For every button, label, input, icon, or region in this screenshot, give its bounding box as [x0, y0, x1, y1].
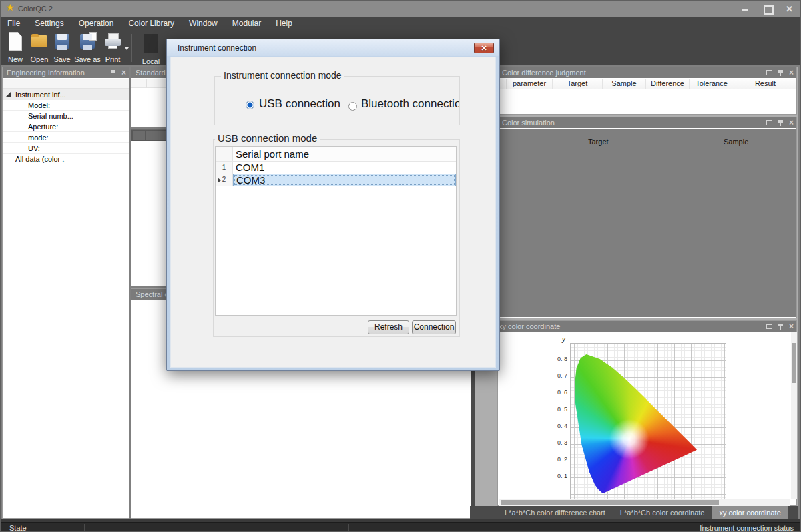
status-instrument-connection-label: Instrument connection status: [700, 524, 794, 532]
bluetooth-connection-label[interactable]: Bluetooth connection: [361, 97, 460, 111]
scrollbar-thumb[interactable]: [792, 343, 796, 383]
serial-port-name-header[interactable]: Serial port name: [233, 147, 456, 161]
print-dropdown-icon[interactable]: [125, 47, 129, 50]
menu-color-library[interactable]: Color Library: [121, 17, 182, 30]
engineering-panel-header: Engineering Information ×: [3, 67, 129, 78]
close-button[interactable]: ✕: [785, 5, 794, 13]
menu-settings[interactable]: Settings: [27, 17, 71, 30]
y-tick: 0. 5: [542, 406, 567, 413]
y-tick: 0. 8: [542, 356, 567, 362]
bluetooth-connection-radio[interactable]: [348, 102, 357, 111]
save-button[interactable]: Save: [49, 32, 75, 63]
menu-bar: File Settings Operation Color Library Wi…: [1, 17, 801, 30]
com1-cell[interactable]: COM1: [233, 162, 456, 174]
dialog-content: USB connection Bluetooth connection Inst…: [170, 57, 496, 368]
serial-port-row-com1[interactable]: 1 COM1: [216, 162, 456, 174]
dialog-title: Instrument connection: [178, 43, 256, 53]
print-icon: [104, 32, 121, 51]
tree-row-model[interactable]: Model:: [3, 100, 129, 111]
target-label: Target: [588, 138, 609, 146]
com3-cell-selected[interactable]: COM3: [233, 174, 456, 186]
save-as-icon: [80, 32, 95, 51]
group2-label: USB connection mode: [215, 132, 320, 144]
column-parameter[interactable]: parameter: [507, 79, 553, 89]
panel-close-icon[interactable]: ×: [789, 323, 794, 330]
engineering-information-panel: Engineering Information × Instrument inf…: [2, 67, 129, 519]
judgment-panel-header: Color difference judgment ×: [498, 67, 796, 78]
y-tick: 0. 7: [542, 372, 567, 379]
menu-help[interactable]: Help: [268, 17, 300, 30]
column-result[interactable]: Result: [734, 79, 796, 89]
vertical-scrollbar[interactable]: [791, 332, 797, 499]
column-difference[interactable]: Difference: [646, 79, 690, 89]
save-as-button[interactable]: Save as: [74, 32, 101, 63]
column-target[interactable]: Target: [553, 79, 603, 89]
y-tick: 0. 2: [542, 456, 567, 463]
app-star-icon: ★: [6, 2, 15, 13]
y-tick: 0. 1: [542, 473, 567, 479]
panel-close-icon[interactable]: ×: [789, 69, 794, 76]
toolbar-separator: [131, 34, 132, 62]
restore-icon[interactable]: [766, 324, 772, 329]
group1-label: Instrument connection mode: [221, 70, 344, 81]
status-bar: State Instrument connection status: [1, 522, 801, 532]
usb-connection-radio[interactable]: [246, 101, 254, 109]
menu-modular[interactable]: Modular: [225, 17, 268, 30]
pin-icon[interactable]: [778, 119, 783, 126]
column-tolerance[interactable]: Tolerance: [690, 79, 734, 89]
menu-window[interactable]: Window: [182, 17, 225, 30]
tree-header-strip: [3, 79, 129, 89]
sample-label: Sample: [724, 138, 748, 146]
column-sample[interactable]: Sample: [603, 79, 646, 89]
tree-row-instrument-info[interactable]: Instrument inf...: [3, 89, 129, 100]
serial-port-row-com3[interactable]: 2 COM3: [216, 174, 456, 186]
judgment-table-header: parameter Target Sample Difference Toler…: [498, 79, 796, 89]
tree-row-all-data[interactable]: All data (color ...: [3, 154, 129, 164]
xy-color-coordinate-panel: xy color coordinate × y 0. 8 0. 7 0. 6 0…: [497, 320, 797, 506]
y-tick: 0. 4: [542, 423, 567, 429]
connection-button[interactable]: Connection: [412, 320, 456, 334]
menu-file[interactable]: File: [7, 17, 27, 30]
simulation-panel-header: Color simulation ×: [498, 117, 796, 128]
refresh-button[interactable]: Refresh: [368, 320, 409, 334]
tree-row-serial[interactable]: Serial numb...: [3, 111, 129, 121]
open-folder-icon: [31, 32, 48, 51]
xy-panel-header: xy color coordinate ×: [498, 321, 796, 332]
local-data-grid-icon: [144, 34, 158, 53]
minimize-button[interactable]: [741, 5, 750, 13]
horizontal-scrollbar[interactable]: [499, 499, 790, 506]
maximize-button[interactable]: [763, 5, 772, 13]
pin-icon[interactable]: [778, 69, 783, 76]
restore-icon[interactable]: [766, 120, 772, 125]
menu-operation[interactable]: Operation: [71, 17, 121, 30]
new-document-icon: [9, 32, 22, 51]
color-difference-judgment-panel: Color difference judgment × parameter Ta…: [497, 67, 797, 115]
serial-port-table: Serial port name 1 COM1 2 COM3: [215, 146, 457, 316]
tree-row-uv[interactable]: UV:: [3, 143, 129, 154]
print-button[interactable]: Print: [99, 32, 126, 63]
tree-row-aperture[interactable]: Aperture:: [3, 121, 129, 132]
dialog-close-button[interactable]: ✕: [474, 43, 494, 53]
color-simulation-panel: Color simulation × Target Sample: [497, 117, 797, 318]
panel-close-icon[interactable]: ×: [121, 69, 126, 76]
title-bar: ★ ColorQC 2 ✕: [1, 1, 801, 17]
pin-icon[interactable]: [778, 323, 783, 330]
window-title: ColorQC 2: [18, 5, 53, 13]
simulation-body: Target Sample: [499, 129, 796, 317]
restore-icon[interactable]: [766, 70, 772, 75]
usb-connection-label[interactable]: USB connection: [259, 97, 340, 111]
panel-close-icon[interactable]: ×: [789, 119, 794, 126]
chromaticity-plot: [570, 343, 726, 500]
serial-port-table-header: Serial port name: [216, 147, 456, 162]
expander-icon[interactable]: [6, 92, 11, 97]
current-row-arrow-icon: [218, 178, 221, 183]
new-button[interactable]: New: [2, 32, 29, 63]
save-floppy-icon: [55, 32, 69, 51]
y-tick: 0. 6: [542, 389, 567, 396]
pin-icon[interactable]: [111, 69, 115, 76]
instrument-connection-mode-group: USB connection Bluetooth connection: [214, 76, 460, 125]
tree-row-mode[interactable]: mode:: [3, 132, 129, 143]
status-state-label: State: [9, 524, 27, 532]
y-tick: 0. 3: [542, 439, 567, 446]
scrollbar-thumb[interactable]: [501, 500, 719, 505]
